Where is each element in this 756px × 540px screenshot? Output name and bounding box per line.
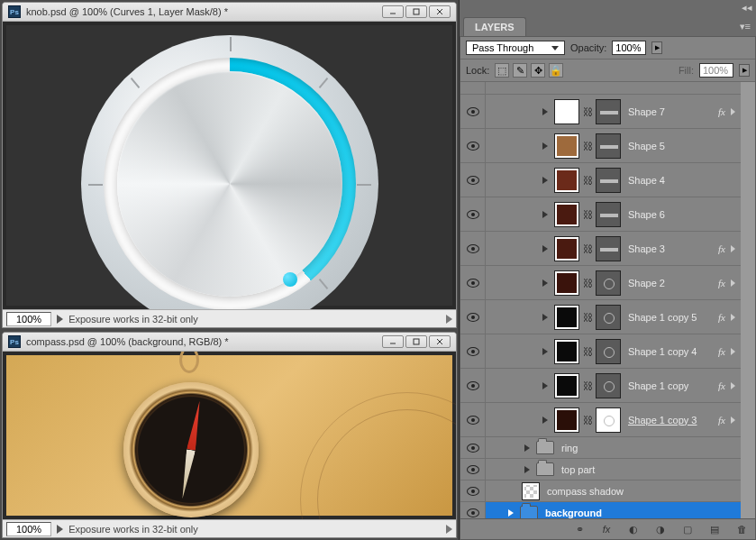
layer-name[interactable]: compass shadow bbox=[543, 486, 735, 497]
new-layer-icon[interactable]: ▤ bbox=[706, 522, 723, 536]
zoom-input[interactable]: 100% bbox=[6, 312, 51, 326]
layer-row[interactable]: ⛓Shape 6 bbox=[460, 197, 741, 232]
layer-name[interactable]: Shape 7 bbox=[624, 106, 715, 117]
status-more-icon[interactable] bbox=[446, 315, 452, 324]
layer-thumbnail[interactable] bbox=[554, 202, 579, 227]
mask-thumbnail[interactable] bbox=[596, 305, 621, 330]
fill-input[interactable]: 100% bbox=[699, 63, 733, 78]
vector-badge-icon[interactable] bbox=[542, 279, 548, 287]
mask-thumbnail[interactable] bbox=[596, 99, 621, 124]
opacity-input[interactable]: 100% bbox=[612, 41, 646, 55]
visibility-toggle[interactable] bbox=[460, 197, 486, 231]
visibility-toggle[interactable] bbox=[460, 300, 486, 334]
layer-name[interactable]: Shape 1 copy 3 bbox=[624, 415, 715, 426]
mask-thumbnail[interactable] bbox=[596, 133, 621, 159]
minimize-button[interactable] bbox=[382, 335, 404, 348]
status-more-icon[interactable] bbox=[446, 525, 452, 534]
fx-badge[interactable]: fx bbox=[718, 243, 727, 254]
layer-thumbnail[interactable] bbox=[554, 373, 579, 398]
window-titlebar[interactable]: Ps knob.psd @ 100% (Curves 1, Layer Mask… bbox=[3, 3, 456, 22]
close-button[interactable] bbox=[429, 335, 451, 348]
layer-row[interactable]: ⛓Shape 1 copy 5fx bbox=[460, 300, 741, 334]
layer-row[interactable]: ⛓Shape 5 bbox=[460, 129, 741, 163]
layer-row[interactable]: compass shadow bbox=[460, 481, 741, 502]
vector-badge-icon[interactable] bbox=[542, 177, 548, 184]
visibility-toggle[interactable] bbox=[460, 369, 486, 402]
layer-thumbnail[interactable] bbox=[554, 339, 579, 364]
fx-expand-icon[interactable] bbox=[731, 279, 735, 287]
visibility-toggle[interactable] bbox=[460, 437, 486, 458]
zoom-input[interactable]: 100% bbox=[6, 522, 51, 536]
expand-group-icon[interactable] bbox=[524, 466, 530, 473]
status-disclosure-icon[interactable] bbox=[57, 315, 63, 324]
mask-thumbnail[interactable] bbox=[596, 373, 621, 398]
vector-badge-icon[interactable] bbox=[542, 245, 548, 252]
layer-name[interactable]: ring bbox=[558, 443, 735, 453]
fx-badge[interactable]: fx bbox=[718, 415, 727, 426]
maximize-button[interactable] bbox=[405, 335, 427, 348]
layer-thumbnail[interactable] bbox=[554, 407, 579, 433]
vector-badge-icon[interactable] bbox=[542, 108, 548, 115]
visibility-toggle[interactable] bbox=[460, 266, 486, 299]
lock-pixels-icon[interactable]: ✎ bbox=[513, 63, 527, 78]
layer-name[interactable]: background bbox=[542, 508, 735, 518]
canvas-compass[interactable] bbox=[3, 352, 456, 519]
layer-thumbnail[interactable] bbox=[554, 168, 579, 193]
layer-name[interactable]: Shape 4 bbox=[624, 175, 735, 186]
mask-thumbnail[interactable] bbox=[596, 168, 621, 193]
layers-list[interactable]: ⛓Shape 7fx⛓Shape 5⛓Shape 4⛓Shape 6⛓Shape… bbox=[460, 82, 741, 518]
fx-expand-icon[interactable] bbox=[731, 416, 735, 424]
maximize-button[interactable] bbox=[405, 5, 427, 18]
fx-badge[interactable]: fx bbox=[718, 106, 727, 117]
layer-name[interactable]: Shape 1 copy 5 bbox=[624, 312, 715, 323]
layer-row[interactable]: ⛓Shape 1 copy 3fx bbox=[460, 403, 741, 437]
link-mask-icon[interactable]: ⛓ bbox=[583, 208, 592, 221]
layer-fx-icon[interactable]: fx bbox=[598, 522, 615, 536]
delete-layer-icon[interactable]: 🗑 bbox=[733, 522, 750, 536]
layer-name[interactable]: Shape 3 bbox=[624, 243, 715, 254]
link-mask-icon[interactable]: ⛓ bbox=[583, 174, 592, 187]
scrollbar[interactable] bbox=[741, 82, 755, 518]
visibility-toggle[interactable] bbox=[460, 481, 486, 501]
link-mask-icon[interactable]: ⛓ bbox=[583, 380, 592, 392]
opacity-step-icon[interactable]: ▶ bbox=[651, 41, 662, 54]
fx-expand-icon[interactable] bbox=[731, 314, 735, 321]
fx-expand-icon[interactable] bbox=[731, 348, 735, 355]
blend-mode-select[interactable]: Pass Through bbox=[466, 41, 565, 55]
visibility-toggle[interactable] bbox=[460, 459, 486, 480]
layer-group-row[interactable]: ring bbox=[460, 437, 741, 459]
visibility-toggle[interactable] bbox=[460, 163, 486, 197]
layer-row[interactable]: ⛓Shape 2fx bbox=[460, 266, 741, 300]
layer-row[interactable]: ⛓Shape 7fx bbox=[460, 95, 741, 129]
fx-badge[interactable]: fx bbox=[718, 380, 727, 391]
layer-row[interactable]: ⛓Shape 1 copyfx bbox=[460, 369, 741, 403]
fx-expand-icon[interactable] bbox=[731, 245, 735, 252]
link-mask-icon[interactable]: ⛓ bbox=[583, 105, 592, 118]
link-mask-icon[interactable]: ⛓ bbox=[583, 414, 592, 426]
minimize-button[interactable] bbox=[382, 5, 404, 18]
fx-expand-icon[interactable] bbox=[731, 382, 735, 389]
status-disclosure-icon[interactable] bbox=[57, 525, 63, 534]
layer-thumbnail[interactable] bbox=[522, 482, 540, 500]
layer-row[interactable]: ⛓Shape 1 copy 4fx bbox=[460, 334, 741, 369]
mask-thumbnail[interactable] bbox=[596, 270, 621, 296]
panel-menu-icon[interactable]: ▾≡ bbox=[734, 19, 756, 34]
layer-thumbnail[interactable] bbox=[554, 305, 579, 330]
layer-thumbnail[interactable] bbox=[554, 133, 579, 159]
layer-name[interactable]: Shape 1 copy 4 bbox=[624, 346, 715, 357]
layer-name[interactable]: Shape 1 copy bbox=[624, 380, 715, 391]
layer-name[interactable]: Shape 6 bbox=[624, 209, 735, 220]
window-titlebar[interactable]: Ps compass.psd @ 100% (background, RGB/8… bbox=[3, 333, 456, 352]
link-mask-icon[interactable]: ⛓ bbox=[583, 277, 592, 289]
visibility-toggle[interactable] bbox=[460, 403, 486, 436]
fx-badge[interactable]: fx bbox=[718, 312, 727, 323]
mask-thumbnail[interactable] bbox=[596, 407, 621, 433]
layer-row[interactable]: ⛓Shape 4 bbox=[460, 163, 741, 197]
fx-expand-icon[interactable] bbox=[731, 108, 735, 115]
lock-position-icon[interactable]: ✥ bbox=[531, 63, 545, 78]
link-mask-icon[interactable]: ⛓ bbox=[583, 243, 592, 255]
adjustment-layer-icon[interactable]: ◑ bbox=[652, 522, 669, 536]
layer-group-row[interactable]: top part bbox=[460, 459, 741, 481]
layer-thumbnail[interactable] bbox=[554, 99, 579, 124]
new-group-icon[interactable]: ▢ bbox=[679, 522, 696, 536]
